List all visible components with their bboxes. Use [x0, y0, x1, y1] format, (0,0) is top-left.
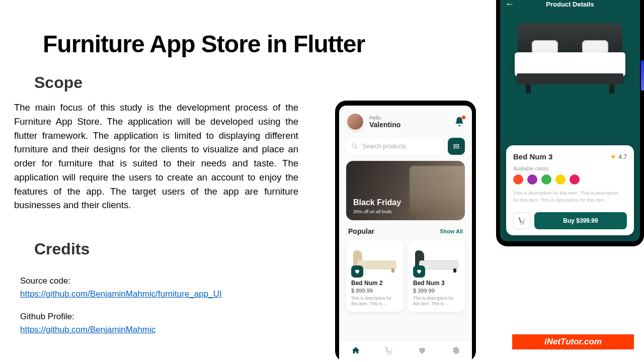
- details-header: Product Details: [546, 1, 594, 8]
- nav-home-icon[interactable]: [351, 346, 360, 357]
- credits-heading: Credits: [34, 240, 90, 258]
- product-card[interactable]: Bed Num 2 $ 899.99 This is description f…: [346, 240, 403, 312]
- banner-subtitle: 25% off on all beds: [353, 209, 391, 214]
- svg-point-1: [454, 147, 455, 149]
- bottom-nav: [339, 340, 472, 362]
- page-title: Furniture App Store in Flutter: [43, 30, 365, 58]
- search-icon: [351, 143, 358, 150]
- notification-dot: [461, 115, 466, 120]
- greeting-name: Valentino: [369, 121, 454, 129]
- github-profile-label: Github Profile:: [20, 312, 74, 321]
- filter-icon: [452, 142, 460, 150]
- product-rating: ★ 4.7: [610, 153, 627, 160]
- heart-icon: [416, 268, 422, 275]
- inettutor-badge: iNetTutor.com: [512, 334, 634, 349]
- github-profile-link[interactable]: https://github.com/BenjaminMahmic: [20, 325, 155, 334]
- card-price: $ 399.99: [413, 288, 460, 294]
- color-swatch[interactable]: [555, 174, 566, 185]
- scope-heading: Scope: [34, 73, 83, 92]
- svg-point-0: [458, 144, 459, 145]
- product-hero-image: [500, 11, 640, 106]
- card-desc: This is description for this item. This …: [413, 296, 460, 307]
- product-card[interactable]: Bed Num 3 $ 399.99 This is description f…: [408, 240, 465, 312]
- product-name: Bed Num 3: [513, 152, 552, 161]
- promo-banner[interactable]: Black Friday 25% off on all beds: [346, 161, 465, 220]
- avatar[interactable]: [346, 113, 364, 131]
- banner-title: Black Friday: [353, 198, 401, 207]
- source-code-link[interactable]: https://github.com/BenjaminMahmic/furnit…: [20, 289, 222, 299]
- scope-body: The main focus of this study is the deve…: [14, 101, 298, 212]
- card-price: $ 899.99: [351, 288, 398, 294]
- heart-icon: [354, 268, 360, 275]
- nav-cart-icon[interactable]: [384, 346, 393, 357]
- color-swatch[interactable]: [513, 174, 523, 185]
- available-colors-label: Avaliable colors:: [513, 166, 627, 171]
- card-name: Bed Num 2: [351, 280, 398, 287]
- rating-value: 4.7: [618, 153, 627, 160]
- notification-bell-icon[interactable]: [454, 116, 465, 127]
- credits-body: Source code: https://github.com/Benjamin…: [20, 275, 222, 336]
- product-description: This is description for this item. This …: [513, 190, 624, 203]
- buy-button[interactable]: Buy $399.99: [534, 212, 627, 229]
- edge-accent: [641, 60, 644, 90]
- greeting-small: Hello: [369, 115, 454, 121]
- cart-icon: [518, 217, 526, 225]
- details-sheet: Bed Num 3 ★ 4.7 Avaliable colors: This i…: [506, 145, 634, 235]
- favorite-button[interactable]: [413, 265, 425, 278]
- add-to-cart-button[interactable]: [513, 212, 530, 229]
- show-all-link[interactable]: Show All: [440, 228, 463, 234]
- search-input[interactable]: Search products: [346, 138, 444, 155]
- color-swatch[interactable]: [541, 174, 551, 185]
- search-placeholder: Search products: [362, 143, 406, 150]
- nav-settings-icon[interactable]: [451, 346, 460, 357]
- card-name: Bed Num 3: [413, 280, 460, 287]
- favorite-button[interactable]: [351, 265, 363, 278]
- phone-mock-home: Hello Valentino Search products Black Fr…: [335, 101, 476, 362]
- phone-mock-details: ← Product Details Bed Num 3 ★ 4.7 Avalia…: [496, 0, 644, 246]
- star-icon: ★: [610, 153, 616, 160]
- popular-label: Popular: [348, 227, 374, 235]
- color-swatches: [513, 174, 627, 185]
- source-code-label: Source code:: [20, 276, 70, 286]
- nav-heart-icon[interactable]: [418, 346, 427, 357]
- filter-button[interactable]: [448, 138, 465, 155]
- color-swatch[interactable]: [527, 174, 537, 185]
- card-desc: This is description for this item. This …: [351, 296, 398, 307]
- color-swatch[interactable]: [570, 174, 580, 185]
- back-arrow-icon[interactable]: ←: [505, 0, 514, 10]
